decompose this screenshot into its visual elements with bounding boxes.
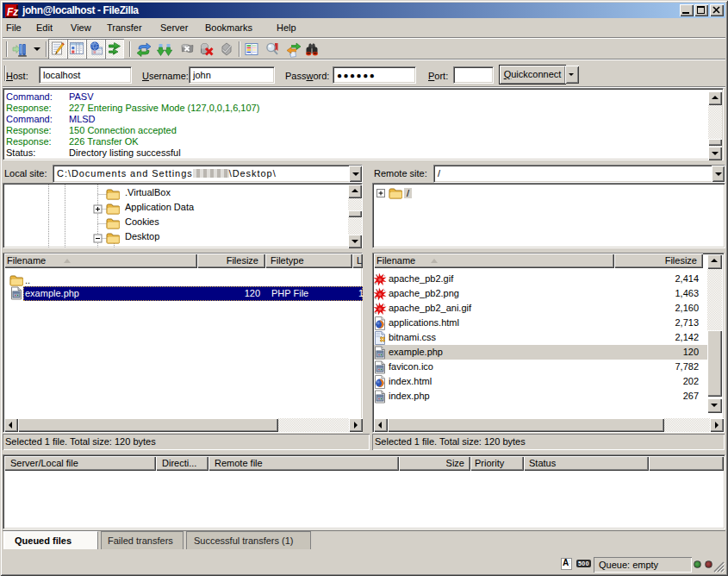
svg-text:Fz: Fz (7, 6, 18, 18)
